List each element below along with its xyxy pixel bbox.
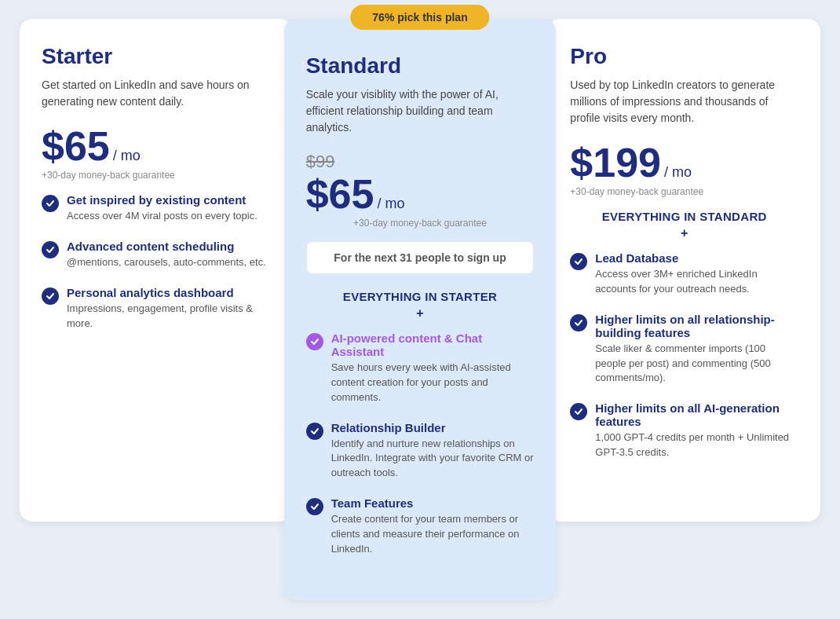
standard-price-period: / mo (377, 196, 404, 212)
standard-feature-1: AI-powered content & Chat Assistant Save… (306, 331, 535, 405)
standard-card: 76% pick this plan Standard Scale your v… (284, 19, 557, 600)
standard-everything-label: EVERYTHING IN STARTER (306, 290, 535, 303)
check-icon-ai (306, 333, 323, 350)
check-icon-3 (42, 288, 59, 305)
pro-feature-2-title: Higher limits on all relationship-buildi… (595, 313, 798, 339)
standard-feature-3-desc: Create content for your team members or … (331, 512, 535, 557)
pro-feature-3-desc: 1,000 GPT-4 credits per month + Unlimite… (595, 430, 798, 460)
signup-badge: For the next 31 people to sign up (306, 241, 535, 274)
standard-price: $65 / mo (306, 174, 535, 214)
standard-feature-3: Team Features Create content for your te… (306, 496, 535, 557)
starter-feature-2-desc: @mentions, carousels, auto-comments, etc… (67, 255, 266, 270)
starter-price-period: / mo (113, 148, 141, 164)
standard-price-original: $99 (306, 152, 535, 172)
pro-everything-label: EVERYTHING IN STANDARD (570, 210, 798, 223)
pro-feature-3: Higher limits on all AI-generation featu… (570, 401, 798, 460)
standard-plus: + (306, 306, 535, 320)
starter-money-back: +30-day money-back guarantee (42, 170, 270, 181)
standard-feature-3-title: Team Features (331, 496, 535, 510)
pro-money-back: +30-day money-back guarantee (570, 186, 798, 197)
pro-price-amount: $199 (570, 142, 661, 183)
starter-price: $65 / mo (42, 126, 270, 167)
pro-feature-1: Lead Database Access over 3M+ enriched L… (570, 251, 798, 297)
pro-feature-1-desc: Access over 3M+ enriched LinkedIn accoun… (595, 267, 798, 297)
pro-feature-2-desc: Scale liker & commenter imports (100 peo… (595, 342, 798, 386)
check-icon-team (306, 498, 323, 515)
standard-plan-name: Standard (306, 53, 535, 79)
standard-price-amount: $65 (306, 174, 374, 214)
starter-feature-3-desc: Impressions, engagement, profile visits … (67, 302, 270, 331)
starter-feature-3-title: Personal analytics dashboard (67, 286, 270, 299)
check-icon-higher2 (570, 403, 587, 420)
signup-prefix: For the next (334, 251, 400, 264)
pro-price-period: / mo (664, 164, 692, 181)
pro-card: Pro Used by top LinkedIn creators to gen… (548, 19, 820, 522)
check-icon-2 (42, 241, 59, 258)
standard-money-back: +30-day money-back guarantee (306, 218, 535, 229)
starter-feature-1: Get inspired by existing content Access … (42, 193, 270, 224)
pro-feature-1-title: Lead Database (595, 251, 798, 265)
standard-feature-2-desc: Identify and nurture new relationships o… (331, 437, 535, 482)
starter-feature-1-title: Get inspired by existing content (67, 193, 257, 207)
pricing-container: Starter Get started on LinkedIn and save… (20, 19, 820, 600)
check-icon-1 (42, 195, 59, 212)
signup-count: 31 (400, 251, 415, 264)
starter-description: Get started on LinkedIn and save hours o… (42, 77, 270, 110)
standard-description: Scale your visiblity with the power of A… (306, 86, 535, 136)
starter-card: Starter Get started on LinkedIn and save… (20, 19, 292, 522)
pro-feature-3-title: Higher limits on all AI-generation featu… (595, 401, 798, 428)
pro-feature-2: Higher limits on all relationship-buildi… (570, 313, 798, 386)
starter-feature-3: Personal analytics dashboard Impressions… (42, 286, 270, 331)
starter-feature-2-title: Advanced content scheduling (67, 240, 266, 253)
starter-feature-2: Advanced content scheduling @mentions, c… (42, 240, 270, 270)
standard-feature-2-title: Relationship Builder (331, 421, 535, 434)
check-icon-rel (306, 423, 323, 440)
pro-plus: + (570, 226, 798, 240)
check-icon-higher1 (570, 314, 587, 331)
pro-price: $199 / mo (570, 142, 798, 183)
starter-feature-1-desc: Access over 4M viral posts on every topi… (67, 209, 257, 224)
popular-badge: 76% pick this plan (350, 5, 489, 30)
standard-feature-2: Relationship Builder Identify and nurtur… (306, 421, 535, 482)
signup-suffix: people to sign up (415, 251, 506, 264)
pro-description: Used by top LinkedIn creators to generat… (570, 77, 798, 126)
standard-feature-1-desc: Save hours every week with AI-assisted c… (331, 361, 535, 405)
standard-feature-1-title: AI-powered content & Chat Assistant (331, 331, 535, 358)
starter-plan-name: Starter (42, 44, 270, 69)
check-icon-lead (570, 253, 587, 270)
starter-price-amount: $65 (42, 126, 110, 167)
pro-plan-name: Pro (570, 44, 798, 69)
